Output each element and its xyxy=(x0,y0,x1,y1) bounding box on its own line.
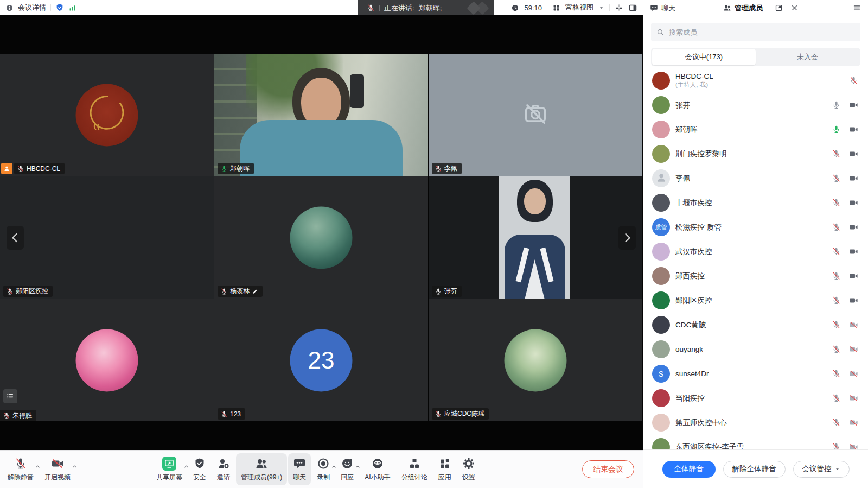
tab-in-meeting[interactable]: 会议中(173) xyxy=(652,49,756,65)
camera-status-icon[interactable] xyxy=(849,394,858,403)
mic-status-icon[interactable] xyxy=(832,100,841,110)
member-row[interactable]: 郧阳区疾控 xyxy=(643,288,868,313)
toolbar-record-button[interactable]: 录制 xyxy=(312,453,335,485)
chevron-down-icon[interactable] xyxy=(598,5,604,11)
toolbar-start-video-button[interactable]: 开启视频 xyxy=(40,453,75,485)
member-avatar xyxy=(652,243,670,261)
member-row[interactable]: S sunset4Dr xyxy=(643,362,868,386)
info-icon[interactable] xyxy=(5,4,14,12)
member-row[interactable]: 东西湖区疾控-李子雪 xyxy=(643,435,868,449)
popout-panel-icon[interactable] xyxy=(775,4,783,12)
toolbar-ai-assistant-button[interactable]: AI小助手 xyxy=(360,453,395,485)
member-search-box[interactable] xyxy=(651,23,860,41)
mic-status-icon[interactable] xyxy=(832,223,841,232)
mic-status-icon[interactable] xyxy=(832,345,841,354)
mic-status-icon[interactable] xyxy=(832,125,841,134)
camera-status-icon[interactable] xyxy=(849,296,858,305)
member-row[interactable]: 十堰市疾控 xyxy=(643,191,868,215)
toolbar-unmute-button[interactable]: 解除静音 xyxy=(3,453,39,485)
camera-status-icon[interactable] xyxy=(849,345,858,354)
tab-not-joined[interactable]: 未入会 xyxy=(756,49,859,65)
search-input[interactable] xyxy=(668,28,855,37)
video-tile-zhudesheng[interactable]: 朱得胜 xyxy=(0,299,214,421)
camera-status-icon[interactable] xyxy=(849,100,858,110)
close-panel-icon[interactable] xyxy=(790,4,799,12)
mic-status-icon[interactable] xyxy=(832,369,841,378)
tab-manage-members[interactable]: 管理成员 xyxy=(723,3,763,13)
mic-status-icon[interactable] xyxy=(832,418,841,427)
list-overlay-button[interactable] xyxy=(3,389,17,403)
member-name: 第五师疾控中心 xyxy=(675,418,727,428)
toolbar-share-screen-button[interactable]: 共享屏幕 xyxy=(151,453,187,485)
video-tile-yunyangqu[interactable]: 郧阳区疾控 xyxy=(0,176,214,299)
member-row[interactable]: 郑朝晖 xyxy=(643,117,868,142)
member-row[interactable]: CDC黄陂 xyxy=(643,313,868,337)
camera-status-icon[interactable] xyxy=(849,247,858,256)
video-tile-yingcheng[interactable]: 应城CDC陈瑶 xyxy=(429,299,642,421)
view-mode-selector[interactable]: 宫格视图 xyxy=(565,3,593,12)
previous-page-arrow[interactable] xyxy=(7,226,24,250)
camera-status-icon[interactable] xyxy=(849,442,858,449)
next-page-arrow[interactable] xyxy=(618,226,636,250)
member-row[interactable]: 郧西疾控 xyxy=(643,264,868,288)
camera-status-icon[interactable] xyxy=(849,223,858,232)
video-tile-zhangfen[interactable]: 张芬 xyxy=(429,176,642,299)
toolbar-apps-button[interactable]: 应用 xyxy=(433,453,456,485)
tab-chat[interactable]: 聊天 xyxy=(650,3,675,13)
menu-icon[interactable] xyxy=(852,3,861,12)
end-meeting-button[interactable]: 结束会议 xyxy=(582,460,634,478)
toolbar-chat-button[interactable]: 聊天 xyxy=(288,453,311,485)
rename-pencil-icon[interactable] xyxy=(252,288,258,295)
toolbar-settings-button[interactable]: 设置 xyxy=(457,453,480,485)
video-tile-hbcdc-cl[interactable]: HBCDC-CL xyxy=(0,54,214,176)
video-tile-lipei[interactable]: 李佩 xyxy=(429,54,642,176)
camera-status-icon[interactable] xyxy=(849,198,858,207)
toolbar-security-button[interactable]: 安全 xyxy=(188,453,211,485)
mic-status-icon[interactable] xyxy=(832,247,841,256)
mic-status-icon[interactable] xyxy=(832,296,841,305)
member-row[interactable]: ouyangk xyxy=(643,337,868,362)
camera-status-icon[interactable] xyxy=(849,149,858,159)
mic-status-icon[interactable] xyxy=(832,271,841,281)
toolbar-reactions-button[interactable]: 回应 xyxy=(336,453,359,485)
toolbar-members-button[interactable]: 管理成员(99+) xyxy=(236,453,287,485)
mic-status-icon[interactable] xyxy=(832,174,841,183)
video-feed xyxy=(214,54,428,176)
mic-status-icon[interactable] xyxy=(832,320,841,329)
exit-fullscreen-icon[interactable] xyxy=(615,3,623,12)
toolbar-invite-button[interactable]: 邀请 xyxy=(212,453,235,485)
camera-status-icon[interactable] xyxy=(849,174,858,183)
toolbar-breakout-button[interactable]: 分组讨论 xyxy=(397,453,432,485)
camera-status-icon[interactable] xyxy=(849,418,858,427)
camera-status-icon[interactable] xyxy=(849,320,858,329)
mic-status-icon[interactable] xyxy=(832,149,841,159)
chevron-up-icon[interactable] xyxy=(72,462,78,472)
video-tile-123[interactable]: 23 123 xyxy=(214,299,428,421)
mic-status-icon[interactable] xyxy=(832,198,841,207)
member-row[interactable]: 武汉市疾控 xyxy=(643,239,868,264)
member-row[interactable]: 荆门疾控罗黎明 xyxy=(643,142,868,166)
member-row[interactable]: HBCDC-CL (主持人, 我) xyxy=(643,68,868,93)
member-row[interactable]: 当阳疾控 xyxy=(643,386,868,410)
video-tile-yangmaolin[interactable]: 杨袤林 xyxy=(214,176,428,299)
video-tile-zhengzhaohui[interactable]: 郑朝晖 xyxy=(214,54,428,176)
side-panel-toggle-icon[interactable] xyxy=(628,3,637,12)
camera-status-icon[interactable] xyxy=(849,369,858,378)
grid-view-icon[interactable] xyxy=(552,4,560,12)
mic-status-icon[interactable] xyxy=(832,394,841,403)
mute-all-button[interactable]: 全体静音 xyxy=(662,461,716,478)
panel-header: 聊天 管理成员 xyxy=(643,0,868,16)
member-row[interactable]: 李佩 xyxy=(643,166,868,191)
member-row[interactable]: 张芬 xyxy=(643,93,868,117)
meeting-controls-button[interactable]: 会议管控 xyxy=(793,461,850,478)
network-signal-icon[interactable] xyxy=(68,4,76,12)
member-row[interactable]: 质管 松滋疾控 质管 xyxy=(643,215,868,239)
member-row[interactable]: 第五师疾控中心 xyxy=(643,410,868,435)
unmute-all-button[interactable]: 解除全体静音 xyxy=(723,461,786,478)
camera-status-icon[interactable] xyxy=(849,125,858,134)
meeting-details-button[interactable]: 会议详情 xyxy=(18,3,46,12)
mic-status-icon[interactable] xyxy=(849,76,858,85)
camera-status-icon[interactable] xyxy=(849,271,858,281)
mic-status-icon[interactable] xyxy=(832,442,841,449)
security-shield-icon[interactable] xyxy=(55,3,64,12)
